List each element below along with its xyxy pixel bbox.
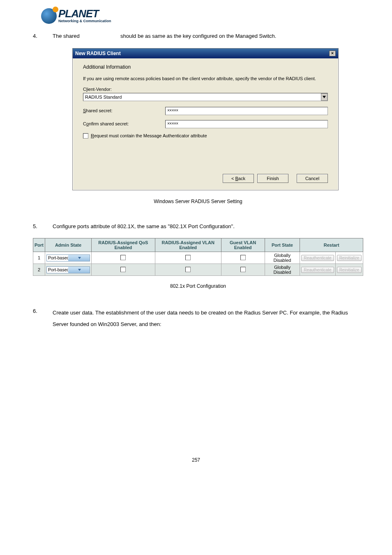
dialog-title-text: New RADIUS Client <box>75 51 121 56</box>
confirm-secret-input[interactable]: ××××× <box>165 120 328 128</box>
page-number: 257 <box>16 457 376 463</box>
globe-icon <box>41 8 57 24</box>
shared-secret-input[interactable]: ××××× <box>165 107 328 115</box>
client-vendor-select[interactable]: RADIUS Standard <box>83 93 328 101</box>
chevron-down-icon[interactable] <box>68 267 90 273</box>
figure-caption-1: Windows Server RADIUS Server Setting <box>33 199 363 204</box>
step4-text-b: should be as same as the key configured … <box>120 33 276 39</box>
admin-state-value: Port-based 802.1X <box>47 267 68 272</box>
qos-checkbox[interactable] <box>120 267 126 272</box>
step-6: 6. Create user data. The establishment o… <box>33 307 363 330</box>
vlan-checkbox[interactable] <box>185 267 191 272</box>
th-admin: Admin State <box>45 238 92 252</box>
dialog-description: If you are using remote access policies … <box>83 76 328 82</box>
confirm-secret-label: Confirm shared secret: <box>83 120 165 126</box>
th-qos: RADIUS-Assigned QoS Enabled <box>92 238 155 252</box>
dialog-titlebar: New RADIUS Client × <box>73 49 338 58</box>
shared-secret-label: Shared secret: <box>83 107 165 113</box>
reinitialize-button[interactable]: Reinitialize <box>337 255 362 261</box>
client-vendor-label: Client-Vendor: <box>83 87 328 92</box>
th-restart: Restart <box>300 238 363 252</box>
admin-state-value: Port-based 802.1X <box>47 255 68 260</box>
port-config-table: Port Admin State RADIUS-Assigned QoS Ena… <box>33 238 363 276</box>
admin-state-select[interactable]: Port-based 802.1X <box>46 254 90 261</box>
step-number: 4. <box>33 32 53 41</box>
authenticator-checkbox[interactable] <box>83 133 88 139</box>
finish-button[interactable]: Finish <box>257 174 288 183</box>
close-icon[interactable]: × <box>329 51 336 56</box>
step-text: Configure ports attribute of 802.1X, the… <box>53 222 363 231</box>
table-row: 2 Port-based 802.1X Globally Disabled Re… <box>33 264 363 276</box>
vlan-checkbox[interactable] <box>185 255 191 260</box>
qos-checkbox[interactable] <box>120 255 126 260</box>
authenticator-checkbox-label: Request must contain the Message Authent… <box>91 133 207 138</box>
th-guest: Guest VLAN Enabled <box>221 238 265 252</box>
chevron-down-icon[interactable] <box>68 255 90 261</box>
new-radius-client-dialog: New RADIUS Client × Additional Informati… <box>72 48 339 190</box>
cell-state: Globally Disabled <box>265 252 300 264</box>
step-number: 5. <box>33 222 53 231</box>
dialog-section-title: Additional Information <box>83 64 328 70</box>
cell-state: Globally Disabled <box>265 264 300 276</box>
logo-text: PLANET <box>58 9 111 18</box>
reauthenticate-button[interactable]: Reauthenticate <box>301 255 334 261</box>
th-state: Port State <box>265 238 300 252</box>
reauthenticate-button[interactable]: Reauthenticate <box>301 267 334 273</box>
step-text: The shared should be as same as the key … <box>53 32 363 41</box>
client-vendor-value: RADIUS Standard <box>85 95 122 99</box>
logo-tagline: Networking & Communication <box>58 19 111 23</box>
step-5: 5. Configure ports attribute of 802.1X, … <box>33 222 363 231</box>
admin-state-select[interactable]: Port-based 802.1X <box>46 266 90 273</box>
step-4: 4. The shared should be as same as the k… <box>33 32 363 41</box>
brand-logo: PLANET Networking & Communication <box>41 8 376 24</box>
table-row: 1 Port-based 802.1X Globally Disabled Re… <box>33 252 363 264</box>
cell-port: 2 <box>33 264 45 276</box>
cell-port: 1 <box>33 252 45 264</box>
th-port: Port <box>33 238 45 252</box>
guest-checkbox[interactable] <box>240 267 246 272</box>
guest-checkbox[interactable] <box>240 255 246 260</box>
reinitialize-button[interactable]: Reinitialize <box>337 267 362 273</box>
step4-text-a: The shared <box>53 33 80 39</box>
step-text: Create user data. The establishment of t… <box>53 307 363 330</box>
th-vlan: RADIUS-Assigned VLAN Enabled <box>155 238 221 252</box>
figure-caption-2: 802.1x Port Configuration <box>33 283 363 289</box>
back-button[interactable]: < Back <box>223 174 254 183</box>
cancel-button[interactable]: Cancel <box>297 174 328 183</box>
chevron-down-icon[interactable] <box>321 93 327 101</box>
step-number: 6. <box>33 307 53 330</box>
